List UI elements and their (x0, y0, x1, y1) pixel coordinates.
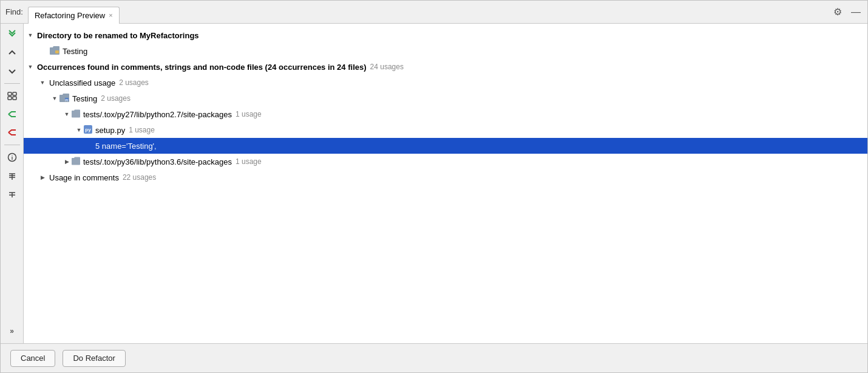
occurrences-badge: 24 usages (370, 63, 404, 71)
tab-close-button[interactable]: × (109, 12, 112, 19)
tree-text-setup-py: setup.py (95, 126, 125, 135)
tree-text-testing-dir: Testing (63, 47, 87, 56)
accept-button[interactable] (4, 106, 21, 123)
bottom-bar: Cancel Do Refactor (1, 343, 867, 372)
tree-toggle-tox-py27[interactable]: ▼ (63, 110, 71, 118)
pin-button[interactable] (4, 167, 21, 184)
usage-comments-badge: 22 usages (123, 173, 156, 182)
tree-row-testing-sub[interactable]: ▼ py Testing 2 usages (24, 91, 867, 106)
tree-text-dir-rename: Directory to be renamed to MyRefactoring… (37, 31, 199, 40)
tree-toggle-setup-py[interactable]: ▼ (75, 126, 83, 134)
find-label: Find: (5, 7, 23, 16)
toolbar-separator-2 (4, 145, 20, 145)
main-area: i » (1, 24, 867, 343)
tree-toggle-unclassified[interactable]: ▼ (38, 78, 47, 87)
toolbar-separator-1 (4, 83, 20, 84)
push-button[interactable] (4, 185, 21, 202)
tree-row-tox-py27[interactable]: ▼ tests/.tox/py27/lib/python2.7/site-pac… (24, 106, 867, 122)
testing-sub-badge: 2 usages (101, 94, 131, 103)
svg-rect-3 (13, 97, 16, 100)
tree-row-unclassified[interactable]: ▼ Unclassified usage 2 usages (24, 75, 867, 91)
tree-row-selected-line[interactable]: 5 name='Testing', (24, 138, 867, 154)
group-button[interactable] (4, 87, 21, 104)
python-file-icon-setup: py (83, 125, 93, 136)
folder-py-icon-testing-sub: py (59, 93, 70, 104)
minimize-button[interactable]: — (849, 5, 863, 19)
tree-toggle-empty1 (41, 47, 49, 55)
top-bar: Find: Refactoring Preview × ⚙ — (1, 1, 867, 24)
tree-toggle-dir-rename[interactable]: ▼ (26, 31, 35, 39)
tree-toggle-selected (87, 142, 95, 150)
tree-text-tox-py27: tests/.tox/py27/lib/python2.7/site-packa… (83, 110, 232, 119)
tree-text-selected-line: 5 name='Testing', (95, 142, 157, 151)
tree-toggle-testing-sub[interactable]: ▼ (50, 94, 59, 103)
svg-rect-1 (13, 92, 16, 95)
tree-text-testing-sub: Testing (72, 94, 97, 103)
cancel-button[interactable]: Cancel (10, 350, 55, 367)
info-button[interactable]: i (4, 149, 21, 166)
do-refactor-button[interactable]: Do Refactor (63, 350, 125, 367)
tree-row-usage-comments[interactable]: ▶ Usage in comments 22 usages (24, 169, 867, 185)
expand-all-button[interactable] (4, 26, 21, 43)
tox-py36-badge: 1 usage (236, 157, 262, 166)
svg-rect-2 (8, 97, 12, 100)
tree-toggle-occurrences[interactable]: ▼ (26, 63, 35, 71)
setup-py-badge: 1 usage (129, 126, 155, 134)
tree-row-dir-rename[interactable]: ▼ Directory to be renamed to MyRefactori… (24, 27, 867, 43)
svg-text:py: py (85, 127, 91, 132)
tree-area: ▼ Directory to be renamed to MyRefactori… (24, 24, 867, 343)
tree-toggle-tox-py36[interactable]: ▶ (63, 157, 71, 166)
refactoring-preview-tab[interactable]: Refactoring Preview × (28, 7, 120, 24)
more-button[interactable]: » (4, 323, 21, 340)
svg-text:py: py (65, 98, 69, 101)
tox-py27-badge: 1 usage (236, 110, 262, 118)
unclassified-badge: 2 usages (119, 78, 149, 87)
tree-toggle-usage-comments[interactable]: ▶ (38, 173, 47, 182)
folder-icon-tox-py27 (71, 109, 81, 120)
settings-button[interactable]: ⚙ (831, 5, 844, 19)
tree-row-testing-dir[interactable]: Testing (24, 43, 867, 59)
svg-rect-0 (8, 92, 12, 95)
tree-row-tox-py36[interactable]: ▶ tests/.tox/py36/lib/python3.6/site-pac… (24, 154, 867, 169)
svg-rect-14 (55, 50, 59, 53)
svg-text:i: i (11, 155, 13, 161)
tree-row-setup-py[interactable]: ▼ py setup.py 1 usage (24, 122, 867, 138)
tree-text-unclassified: Unclassified usage (49, 78, 115, 87)
tab-label: Refactoring Preview (35, 11, 105, 20)
scroll-up-button[interactable] (4, 44, 21, 61)
folder-icon-testing (49, 46, 60, 57)
folder-icon-tox-py36 (71, 157, 81, 167)
scroll-down-button[interactable] (4, 63, 21, 80)
tree-text-occurrences: Occurrences found in comments, strings a… (37, 63, 367, 72)
tree-row-occurrences[interactable]: ▼ Occurrences found in comments, strings… (24, 59, 867, 75)
left-toolbar: i » (1, 24, 24, 343)
tree-text-usage-comments: Usage in comments (49, 173, 119, 182)
tree-text-tox-py36: tests/.tox/py36/lib/python3.6/site-packa… (83, 157, 232, 166)
reject-button[interactable] (4, 124, 21, 141)
